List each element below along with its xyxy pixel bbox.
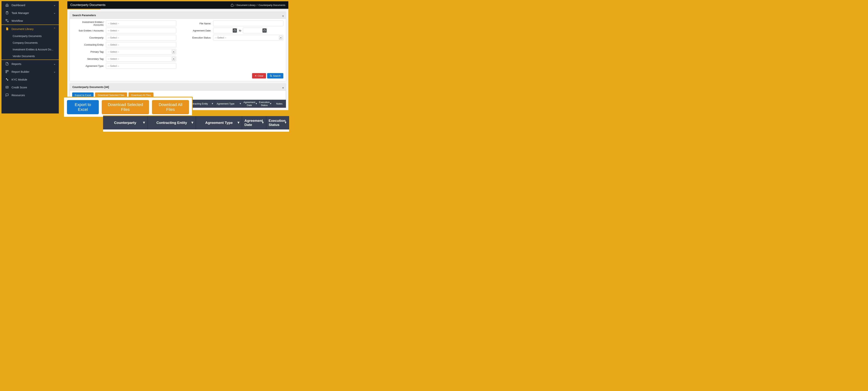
sidebar-item-reports[interactable]: Reports ⌄: [1, 60, 59, 68]
column-header[interactable]: Agreement Type: [205, 121, 232, 125]
column-header[interactable]: Execution Status: [259, 101, 270, 107]
callout-buttons: Export to Excel Download Selected Files …: [63, 97, 193, 118]
filter-icon[interactable]: [237, 121, 240, 124]
dropdown-icon: ▾: [279, 36, 282, 39]
file-name-input[interactable]: [213, 21, 283, 26]
sidebar-item-workflow[interactable]: Workflow: [1, 17, 59, 25]
agreement-type-select[interactable]: -- Select --: [106, 63, 176, 69]
dropdown-icon: ▾: [172, 50, 175, 54]
contracting-entity-select[interactable]: -- Select --: [106, 42, 176, 48]
sidebar-item-label: Counterparty Documents: [13, 35, 42, 37]
counterparty-select[interactable]: -- Select --: [106, 35, 176, 40]
label-investment-entities: Investment Entities / Accounts:: [72, 21, 106, 26]
column-header[interactable]: Agreement Date: [244, 101, 255, 107]
close-icon: ✕: [255, 74, 257, 77]
breadcrumb-item[interactable]: Document Library: [237, 4, 256, 6]
sidebar-group-document-library: Document Library ⌃ Counterparty Document…: [1, 25, 59, 60]
label-agreement-date: Agreement Date:: [180, 29, 213, 32]
search-icon: [270, 74, 272, 77]
agreement-date-to[interactable]: [243, 28, 267, 33]
sidebar-item-label: KYC Module: [11, 78, 27, 81]
column-header[interactable]: Agreement Type: [217, 102, 235, 105]
sidebar-item-report-builder[interactable]: Report Builder ⌄: [1, 68, 59, 76]
home-icon[interactable]: [231, 3, 234, 6]
results-panel-header[interactable]: Counterparty Documents [44] ▾: [70, 84, 286, 91]
score-icon: [5, 86, 9, 89]
home-icon: [5, 3, 9, 7]
file-icon: [5, 62, 9, 65]
column-header[interactable]: Execution Status: [269, 119, 286, 127]
clipboard-icon: [5, 11, 9, 14]
label-secondary-tag: Secondary Tag:: [72, 58, 106, 60]
collapse-icon: ▾: [282, 86, 284, 89]
sidebar-item-task-manager[interactable]: Task Manager ⌄: [1, 9, 59, 17]
date-to-label: to: [239, 29, 241, 32]
svg-rect-2: [7, 21, 8, 22]
filter-icon[interactable]: ▼: [211, 102, 214, 105]
search-button[interactable]: Search: [267, 73, 283, 79]
filter-icon[interactable]: ▼: [255, 102, 257, 105]
label-agreement-type: Agreement Type:: [72, 64, 106, 67]
filter-icon[interactable]: [261, 121, 264, 124]
sidebar-item-label: Credit Score: [11, 86, 27, 89]
column-header[interactable]: Agreement Date: [244, 119, 264, 127]
agreement-date-from[interactable]: [213, 28, 238, 33]
breadcrumb-item[interactable]: Counterparty Documents: [258, 4, 285, 6]
callout-table-header: Counterparty Contracting Entity Agreemen…: [103, 115, 289, 132]
sidebar-item-document-library[interactable]: Document Library ⌃: [1, 25, 59, 33]
execution-status-select[interactable]: -- Select --▾: [213, 35, 283, 40]
label-execution-status: Execution Status:: [180, 36, 213, 39]
svg-point-6: [6, 78, 7, 80]
download-all-button-large[interactable]: Download All Files: [152, 100, 189, 114]
label-contracting-entity: Contracting Entity:: [72, 43, 106, 46]
sidebar-item-resources[interactable]: Resources: [1, 91, 59, 99]
filter-icon[interactable]: [284, 121, 287, 124]
filter-icon[interactable]: [143, 121, 146, 124]
chat-icon: [5, 93, 9, 97]
chevron-down-icon: ⌄: [53, 62, 56, 65]
secondary-tag-select[interactable]: -- Select --▾: [106, 56, 176, 62]
sidebar-subitem-counterparty-documents[interactable]: Counterparty Documents: [1, 33, 59, 39]
label-primary-tag: Primary Tag:: [72, 51, 106, 53]
sidebar-item-label: Vendor Documents: [13, 55, 35, 58]
sidebar-subitem-vendor-documents[interactable]: Vendor Documents: [1, 53, 59, 60]
column-header[interactable]: Counterparty: [114, 121, 136, 125]
sidebar-item-label: Company Documents: [13, 41, 38, 44]
column-header[interactable]: Notes: [276, 102, 283, 105]
sidebar-item-credit-score[interactable]: Credit Score: [1, 83, 59, 91]
search-panel-header[interactable]: Search Parameters ▾: [70, 12, 286, 19]
calendar-icon: [262, 28, 267, 33]
chevron-down-icon: ⌄: [53, 3, 56, 7]
sidebar-item-dashboard[interactable]: Dashboard ⌄: [1, 1, 59, 9]
sidebar-item-kyc-module[interactable]: KYC Module: [1, 76, 59, 83]
sidebar-subitem-company-documents[interactable]: Company Documents: [1, 39, 59, 46]
sub-entities-select[interactable]: -- Select --: [106, 28, 176, 33]
svg-rect-1: [6, 19, 7, 20]
svg-rect-10: [264, 30, 266, 31]
filter-icon[interactable]: ▼: [239, 102, 242, 105]
label-file-name: File Name:: [180, 22, 213, 25]
sidebar-item-label: Resources: [11, 94, 25, 97]
svg-rect-3: [6, 70, 7, 71]
document-icon: [5, 27, 9, 31]
column-header[interactable]: Contracting Entity: [156, 121, 187, 125]
sidebar-subitem-investment-entities[interactable]: Investment Entities & Account Do...: [1, 46, 59, 53]
sidebar-item-label: Dashboard: [11, 3, 25, 7]
filter-icon[interactable]: [191, 121, 194, 124]
filter-icon[interactable]: ▼: [270, 102, 272, 105]
download-selected-button-large[interactable]: Download Selected Files: [102, 100, 149, 114]
builder-icon: [5, 70, 9, 73]
page-title: Counterparty Documents: [70, 3, 105, 7]
sidebar-item-label: Workflow: [11, 19, 23, 22]
collapse-icon: ▾: [282, 14, 284, 18]
svg-point-11: [270, 75, 271, 77]
export-to-excel-button-large[interactable]: Export to Excel: [67, 100, 99, 114]
sidebar-item-label: Investment Entities & Account Do...: [13, 48, 53, 51]
sidebar: Dashboard ⌄ Task Manager ⌄ Workflow Docu…: [1, 1, 59, 114]
titlebar: Counterparty Documents / Document Librar…: [67, 1, 288, 9]
clear-button[interactable]: ✕Clear: [252, 73, 266, 79]
svg-point-7: [7, 80, 8, 81]
sidebar-item-label: Task Manager: [11, 11, 29, 14]
investment-entities-select[interactable]: -- Select --: [106, 21, 176, 26]
primary-tag-select[interactable]: -- Select --▾: [106, 49, 176, 55]
